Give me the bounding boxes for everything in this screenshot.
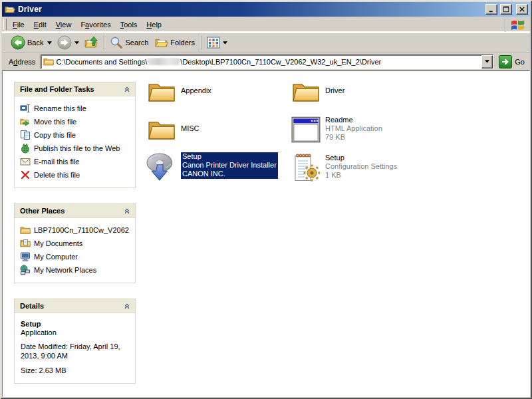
forward-button[interactable] (55, 34, 82, 51)
address-combobox[interactable]: C:\Documents and Settings\\Desktop\LBP71… (41, 55, 493, 69)
delete-icon (20, 170, 31, 180)
details-panel: Details Setup Application Date Modified:… (14, 299, 136, 384)
folder-icon (292, 80, 320, 103)
folder-icon (148, 80, 176, 103)
rename-icon (20, 103, 31, 114)
folders-icon (155, 36, 168, 49)
views-dropdown-icon[interactable] (223, 41, 227, 45)
forward-dropdown-icon[interactable] (74, 41, 79, 45)
file-list: Appendix Driver MISC Readme HTML Applica… (144, 71, 529, 396)
file-size: 79 KB (325, 133, 382, 142)
file-tile-readme[interactable]: Readme HTML Application 79 KB (288, 114, 432, 152)
menu-view[interactable]: View (51, 17, 76, 32)
close-button[interactable] (516, 4, 528, 15)
back-button[interactable]: Back (8, 34, 55, 51)
my-documents-icon (20, 238, 31, 249)
other-places-panel: Other Places LBP7100Cn_7110Cw_V2062 My D… (14, 203, 136, 283)
file-name: Appendix (181, 86, 211, 95)
collapse-chevron-icon[interactable] (123, 85, 131, 93)
address-path: C:\Documents and Settings\\Desktop\LBP71… (56, 58, 381, 66)
toolbar-separator (104, 35, 105, 50)
details-date-modified: Date Modified: Friday, April 19, 2013, 9… (21, 342, 130, 360)
content-area: File and Folder Tasks Rename this file M… (2, 70, 530, 397)
toolbar-separator (201, 35, 202, 50)
task-delete[interactable]: Delete this file (20, 168, 131, 182)
place-my-documents[interactable]: My Documents (20, 237, 131, 250)
menu-favorites[interactable]: Favorites (76, 17, 115, 32)
folder-icon (43, 57, 54, 66)
task-move[interactable]: Move this file (20, 115, 131, 128)
file-tile-setup-installer[interactable]: Setup Canon Printer Driver Installer CAN… (144, 152, 288, 190)
file-type: Canon Printer Driver Installer (182, 161, 277, 170)
folder-icon (20, 225, 31, 235)
file-tile-appendix[interactable]: Appendix (144, 76, 288, 114)
file-tile-setup-config[interactable]: Setup Configuration Settings 1 KB (288, 152, 432, 190)
task-pane: File and Folder Tasks Rename this file M… (3, 71, 144, 396)
my-network-places-icon (20, 265, 31, 275)
menu-help[interactable]: Help (142, 17, 166, 32)
up-icon (84, 35, 99, 50)
up-button[interactable] (82, 34, 102, 51)
menu-bar: File Edit View Favorites Tools Help (2, 17, 530, 33)
search-icon (110, 36, 123, 49)
window-title: Driver (18, 5, 483, 14)
explorer-window: Driver File Edit View Favorites Tools He… (0, 0, 532, 399)
address-label: Address (2, 58, 38, 66)
panel-title: Other Places (20, 207, 65, 215)
collapse-chevron-icon[interactable] (123, 207, 131, 215)
file-size: 1 KB (325, 171, 397, 180)
email-icon (20, 156, 31, 167)
menu-tools[interactable]: Tools (116, 17, 142, 32)
menu-file[interactable]: File (8, 17, 29, 32)
views-button[interactable] (204, 34, 230, 51)
folder-open-icon (5, 5, 15, 14)
configuration-settings-icon (292, 153, 320, 182)
back-icon (11, 35, 25, 50)
task-copy[interactable]: Copy this file (20, 128, 131, 142)
move-icon (20, 116, 31, 127)
address-bar: Address C:\Documents and Settings\\Deskt… (2, 53, 530, 70)
file-name: Driver (325, 86, 344, 95)
file-name: MISC (181, 124, 200, 133)
place-parent-folder[interactable]: LBP7100Cn_7110Cw_V2062 (20, 223, 131, 237)
other-places-header[interactable]: Other Places (15, 204, 135, 218)
details-file-name: Setup (21, 320, 130, 328)
folder-icon (148, 118, 176, 141)
windows-logo (505, 17, 530, 32)
toolbar: Back Search Folders (2, 33, 530, 53)
details-header[interactable]: Details (15, 299, 135, 313)
go-label[interactable]: Go (515, 58, 525, 66)
file-name: Setup (325, 154, 397, 162)
folders-button[interactable]: Folders (152, 34, 199, 51)
search-label: Search (125, 39, 150, 47)
search-button[interactable]: Search (107, 34, 152, 51)
title-bar[interactable]: Driver (2, 2, 530, 17)
place-my-network[interactable]: My Network Places (20, 263, 131, 277)
file-folder-tasks-header[interactable]: File and Folder Tasks (15, 82, 135, 96)
copy-icon (20, 130, 31, 140)
forward-icon (57, 35, 72, 50)
redacted-username (148, 58, 180, 65)
place-my-computer[interactable]: My Computer (20, 250, 131, 263)
menu-edit[interactable]: Edit (29, 17, 51, 32)
file-type: Configuration Settings (325, 162, 397, 171)
collapse-chevron-icon[interactable] (123, 302, 131, 310)
file-name: Setup (182, 152, 277, 161)
details-file-type: Application (21, 329, 130, 336)
file-tile-misc[interactable]: MISC (144, 114, 288, 152)
task-publish[interactable]: Publish this file to the Web (20, 142, 131, 155)
minimize-button[interactable] (485, 4, 497, 15)
task-rename[interactable]: Rename this file (20, 102, 131, 115)
views-icon (207, 36, 220, 49)
file-folder-tasks-panel: File and Folder Tasks Rename this file M… (14, 82, 136, 188)
address-dropdown-button[interactable] (481, 55, 493, 68)
go-button[interactable] (499, 55, 512, 68)
task-email[interactable]: E-mail this file (20, 155, 131, 168)
menu-grip[interactable] (3, 19, 7, 30)
maximize-button[interactable] (500, 4, 512, 15)
installer-cd-icon (146, 152, 177, 183)
file-type: HTML Application (325, 124, 382, 133)
publish-icon (20, 143, 31, 154)
file-tile-driver[interactable]: Driver (288, 76, 432, 114)
back-dropdown-icon[interactable] (47, 41, 52, 45)
